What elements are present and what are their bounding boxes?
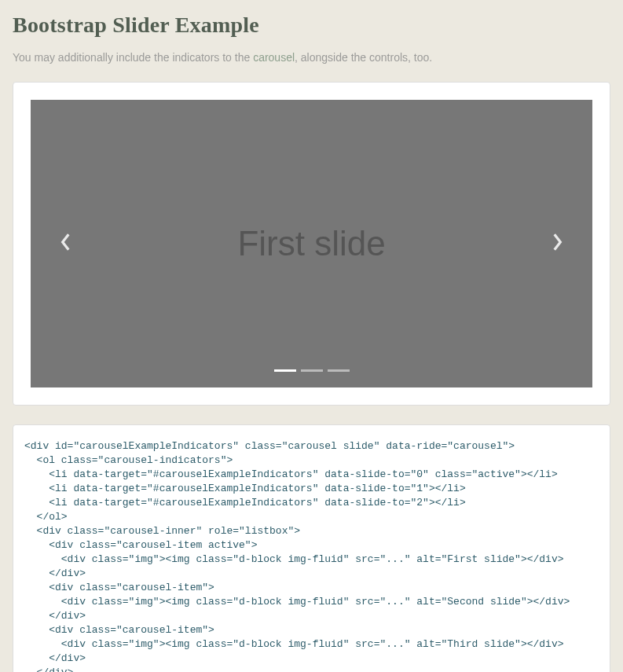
carousel: First slide: [31, 100, 592, 387]
intro-text-pre: You may additionally include the indicat…: [13, 51, 253, 64]
code-snippet-panel: <div id="carouselExampleIndicators" clas…: [13, 424, 610, 672]
chevron-left-icon: [59, 232, 73, 255]
page-subtitle: You may additionally include the indicat…: [13, 49, 610, 66]
carousel-next-button[interactable]: [522, 100, 592, 387]
intro-text-post: , alongside the controls, too.: [295, 51, 432, 64]
carousel-indicator-0[interactable]: [274, 369, 296, 372]
carousel-link[interactable]: carousel: [253, 51, 295, 64]
slide-label: First slide: [237, 224, 385, 263]
code-snippet: <div id="carouselExampleIndicators" clas…: [24, 439, 599, 672]
page-title: Bootstrap Slider Example: [13, 13, 610, 38]
carousel-indicators: [31, 369, 592, 372]
carousel-prev-button[interactable]: [31, 100, 101, 387]
carousel-indicator-2[interactable]: [328, 369, 350, 372]
carousel-example-panel: First slide: [13, 82, 610, 406]
chevron-right-icon: [550, 232, 564, 255]
carousel-indicator-1[interactable]: [301, 369, 323, 372]
